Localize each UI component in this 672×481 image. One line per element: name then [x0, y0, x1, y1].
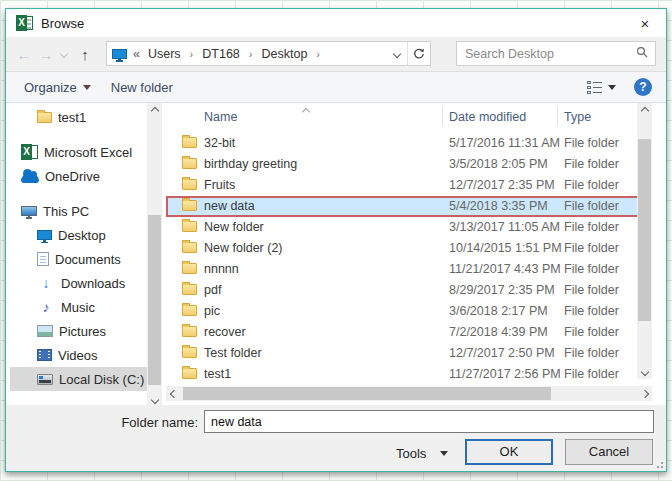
refresh-icon[interactable] [407, 42, 430, 65]
sidebar-item-label: This PC [43, 204, 89, 219]
breadcrumb-overflow[interactable]: « [133, 47, 140, 61]
file-date-modified: 8/29/2017 2:35 PM [449, 283, 555, 297]
file-type: File folder [564, 136, 619, 150]
file-row[interactable]: New folder (2) 10/14/2015 1:51 PM File f… [166, 238, 639, 259]
new-folder-label: New folder [111, 80, 173, 95]
tools-button[interactable]: Tools [396, 441, 448, 465]
breadcrumb-segment-label[interactable]: DT168 [200, 47, 242, 61]
file-list-scrollbar-thumb[interactable] [638, 139, 651, 321]
file-name[interactable]: New folder [204, 220, 264, 234]
file-row[interactable]: Test folder 12/7/2017 2:50 PM File folde… [166, 343, 639, 364]
file-name[interactable]: Test folder [204, 346, 262, 360]
file-date-modified: 11/27/2017 2:56 PM [449, 367, 561, 381]
breadcrumb[interactable]: « Users › DT168 › Desktop › [106, 41, 431, 66]
help-icon[interactable]: ? [634, 78, 652, 96]
command-bar: Organize New folder ? [6, 71, 666, 103]
file-name[interactable]: pic [204, 304, 220, 318]
breadcrumb-separator[interactable]: › [242, 48, 260, 60]
breadcrumb-segment-label[interactable]: Desktop [259, 47, 309, 61]
sidebar-item[interactable]: test1 [10, 105, 147, 129]
resize-grip[interactable] [655, 460, 663, 468]
file-name[interactable]: 32-bit [204, 136, 235, 150]
file-name[interactable]: test1 [204, 367, 231, 381]
breadcrumb-segment[interactable]: Users › [146, 47, 200, 61]
close-icon[interactable]: × [634, 15, 656, 32]
new-folder-button[interactable]: New folder [101, 80, 183, 95]
file-row[interactable]: pic 3/6/2018 2:17 PM File folder [166, 301, 639, 322]
horizontal-scrollbar-thumb[interactable] [183, 387, 551, 400]
file-row[interactable]: pdf 8/29/2017 2:35 PM File folder [166, 280, 639, 301]
file-date-modified: 11/21/2017 4:43 PM [449, 262, 561, 276]
scroll-up-icon[interactable] [637, 103, 652, 118]
sidebar-item[interactable]: Desktop [10, 223, 147, 247]
search-input[interactable] [457, 47, 636, 61]
horizontal-scrollbar[interactable] [166, 386, 652, 401]
search-icon[interactable] [636, 46, 648, 61]
sort-ascending-icon[interactable] [303, 104, 309, 118]
file-type: File folder [564, 283, 619, 297]
file-name[interactable]: new data [204, 199, 255, 213]
view-mode-icon[interactable] [587, 81, 602, 94]
file-name[interactable]: pdf [204, 283, 221, 297]
music-icon [37, 299, 55, 315]
content-area: test1 Microsoft Excel OneDrive This PC [6, 103, 666, 407]
history-chevron-icon[interactable] [58, 37, 70, 71]
file-row[interactable]: nnnnn 11/21/2017 4:43 PM File folder [166, 259, 639, 280]
sidebar-item[interactable]: Documents [10, 247, 147, 271]
cancel-button[interactable]: Cancel [565, 439, 653, 465]
column-header-type[interactable]: Type [564, 110, 591, 124]
breadcrumb-segment[interactable]: Desktop › [259, 47, 327, 61]
sidebar: test1 Microsoft Excel OneDrive This PC [10, 103, 147, 407]
file-name[interactable]: birthday greeting [204, 157, 297, 171]
ok-button[interactable]: OK [465, 439, 553, 465]
breadcrumb-separator[interactable]: › [183, 48, 201, 60]
desktop-icon [37, 230, 52, 240]
file-row[interactable]: test1 11/27/2017 2:56 PM File folder [166, 364, 639, 385]
sidebar-item[interactable]: Pictures [10, 319, 147, 343]
view-controls: ? [587, 78, 652, 96]
file-name[interactable]: recover [204, 325, 246, 339]
scroll-right-icon[interactable] [637, 386, 652, 401]
organize-button[interactable]: Organize [14, 80, 101, 95]
column-divider[interactable] [557, 106, 558, 126]
sidebar-scrollbar[interactable] [147, 103, 162, 407]
back-icon[interactable]: ← [14, 37, 34, 71]
breadcrumb-segment-label[interactable]: Users [146, 47, 183, 61]
sidebar-item[interactable]: Microsoft Excel [10, 140, 147, 164]
column-divider[interactable] [442, 106, 443, 126]
forward-icon[interactable]: → [36, 37, 56, 71]
sidebar-item-label: Music [61, 300, 95, 315]
file-name[interactable]: New folder (2) [204, 241, 283, 255]
sidebar-scrollbar-thumb[interactable] [148, 215, 161, 385]
doc-icon [37, 252, 49, 266]
file-row[interactable]: birthday greeting 3/5/2018 2:05 PM File … [166, 154, 639, 175]
sidebar-item[interactable]: Local Disk (C:) [10, 367, 147, 391]
file-row[interactable]: New folder 3/13/2017 11:05 AM File folde… [166, 217, 639, 238]
column-header-date-modified[interactable]: Date modified [449, 110, 526, 124]
view-chevron-icon[interactable] [608, 85, 616, 90]
column-header-name[interactable]: Name [204, 110, 237, 124]
scroll-up-icon[interactable] [147, 103, 162, 118]
folder-icon [182, 242, 197, 253]
sidebar-item[interactable]: OneDrive [10, 164, 147, 188]
file-row[interactable]: 32-bit 5/17/2016 11:31 AM File folder [166, 133, 639, 154]
file-list-scrollbar[interactable] [637, 103, 652, 379]
breadcrumb-separator[interactable]: › [309, 48, 327, 60]
chevron-down-icon [83, 85, 91, 90]
sidebar-item[interactable]: Music [10, 295, 147, 319]
breadcrumb-segment[interactable]: DT168 › [200, 47, 259, 61]
sidebar-item[interactable]: This PC [10, 199, 147, 223]
sidebar-item[interactable]: Downloads [10, 271, 147, 295]
file-row[interactable]: recover 7/2/2018 4:39 PM File folder [166, 322, 639, 343]
file-date-modified: 12/7/2017 2:35 PM [449, 178, 555, 192]
file-name[interactable]: nnnnn [204, 262, 239, 276]
up-icon[interactable]: ↑ [74, 37, 96, 71]
file-row[interactable]: new data 5/4/2018 3:35 PM File folder [166, 196, 639, 217]
file-name[interactable]: Fruits [204, 178, 235, 192]
scroll-down-icon[interactable] [637, 364, 652, 379]
file-row[interactable]: Fruits 12/7/2017 2:35 PM File folder [166, 175, 639, 196]
address-dropdown-icon[interactable] [387, 42, 407, 65]
folder-name-input[interactable] [204, 410, 654, 433]
sidebar-item[interactable]: Videos [10, 343, 147, 367]
scroll-left-icon[interactable] [166, 386, 181, 401]
